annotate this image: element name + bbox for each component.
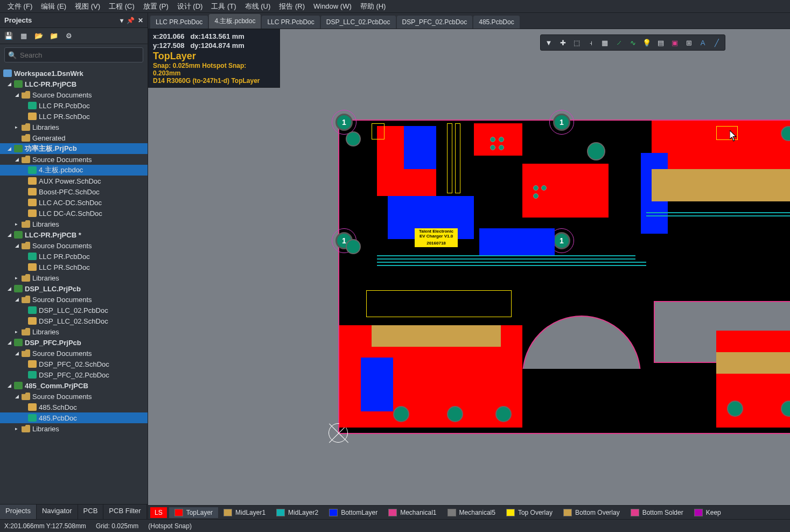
menu-reports[interactable]: 报告 (R) [275, 1, 309, 12]
project-node[interactable]: ◢485_Comm.PrjPCB [0, 380, 148, 391]
layer-stack-icon[interactable]: ▤ [654, 37, 667, 48]
file-node[interactable]: Boost-PFC.SchDoc [0, 186, 148, 197]
folder-node[interactable]: ▸Libraries [0, 122, 148, 132]
silk-outline [716, 126, 738, 140]
menu-project[interactable]: 工程 (C) [104, 1, 139, 12]
folder-node[interactable]: Generated [0, 132, 148, 143]
file-node[interactable]: DSP_PFC_02.SchDoc [0, 359, 148, 369]
box-icon[interactable]: ▣ [668, 37, 681, 48]
menu-design[interactable]: 设计 (D) [173, 1, 207, 12]
menu-view[interactable]: 视图 (V) [71, 1, 104, 12]
layer-tab-mech5[interactable]: Mechanical5 [442, 507, 501, 518]
menu-help[interactable]: 帮助 (H) [356, 1, 390, 12]
doc-tab-active[interactable]: 4.主板.pcbdoc [209, 14, 261, 29]
folder-node[interactable]: ◢Source Documents [0, 391, 148, 402]
file-node-active[interactable]: 4.主板.pcbdoc [0, 165, 148, 176]
route-icon[interactable]: ⟋ [612, 37, 625, 48]
menu-window[interactable]: Window (W) [309, 1, 356, 11]
tab-projects[interactable]: Projects [0, 505, 37, 519]
project-node[interactable]: ◢功率主板.PrjPcb [0, 143, 148, 154]
folder-node[interactable]: ▸Libraries [0, 272, 148, 283]
layer-tab-keepout[interactable]: Keep [689, 507, 726, 518]
project-tree[interactable]: Workspace1.DsnWrk ◢LLC-PR.PrjPCB ◢Source… [0, 66, 148, 504]
file-node[interactable]: LLC PR.SchDoc [0, 262, 148, 272]
text-icon[interactable]: A [696, 37, 709, 48]
dropdown-icon[interactable]: ▾ [120, 17, 123, 24]
layer-tab-top[interactable]: TopLayer [169, 507, 218, 518]
layer-tab-mech1[interactable]: Mechanical1 [383, 507, 442, 518]
layer-tab-top-overlay[interactable]: Top Overlay [501, 507, 558, 518]
projects-panel: Projects ▾ 📌 ✕ 💾 ▦ 📂 📁 ⚙ 🔍 Workspace1.Ds… [0, 13, 148, 519]
menu-file[interactable]: 文件 (F) [3, 1, 37, 12]
select-rect-icon[interactable]: ⬚ [570, 37, 583, 48]
folder-node[interactable]: ◢Source Documents [0, 154, 148, 165]
file-node[interactable]: LLC AC-DC.SchDoc [0, 197, 148, 208]
doc-tab[interactable]: DSP_LLC_02.PcbDoc [321, 16, 396, 29]
folder-node[interactable]: ▸Libraries [0, 423, 148, 434]
file-node[interactable]: LLC PR.PcbDoc [0, 100, 148, 111]
align-icon[interactable]: ⫞ [584, 37, 597, 48]
menu-tools[interactable]: 工具 (T) [207, 1, 240, 12]
project-node[interactable]: ◢DSP_PFC.PrjPcb [0, 337, 148, 348]
pcb-canvas[interactable]: x:201.066 dx:1413.561 mm y:127.508 dy:12… [148, 29, 790, 505]
copper-pour [479, 228, 555, 255]
project-node[interactable]: ◢LLC-PR.PrjPCB [0, 79, 148, 89]
doc-tab[interactable]: LLC PR.PcbDoc [150, 16, 208, 29]
mounting-hole: 1 [549, 110, 574, 135]
file-node[interactable]: LLC PR.SchDoc [0, 111, 148, 122]
file-node[interactable]: DSP_LLC_02.SchDoc [0, 316, 148, 326]
highlight-icon[interactable]: 💡 [640, 37, 653, 48]
search-input[interactable] [20, 51, 139, 59]
doc-tab[interactable]: LLC PR.PcbDoc [262, 16, 319, 29]
project-node[interactable]: ◢LLC-PR.PrjPCB * [0, 229, 148, 240]
folder-node[interactable]: ◢Source Documents [0, 348, 148, 359]
project-node[interactable]: ◢DSP_LLC.PrjPcb [0, 283, 148, 294]
line-icon[interactable]: ╱ [710, 37, 723, 48]
layer-tab-bottom-overlay[interactable]: Bottom Overlay [558, 507, 625, 518]
pad [346, 131, 361, 146]
grid-icon[interactable]: ▦ [598, 37, 611, 48]
copper-pour [652, 169, 790, 201]
file-node[interactable]: DSP_PFC_02.PcbDoc [0, 369, 148, 380]
layer-tab-mid1[interactable]: MidLayer1 [218, 507, 271, 518]
filter-icon[interactable]: ▼ [542, 37, 555, 48]
trace [646, 215, 790, 216]
pin-icon[interactable]: 📌 [127, 17, 135, 24]
folder2-icon[interactable]: 📁 [50, 32, 58, 40]
tab-pcb-filter[interactable]: PCB Filter [103, 505, 146, 519]
file-node[interactable]: LLC PR.PcbDoc [0, 251, 148, 262]
tab-pcb[interactable]: PCB [78, 505, 104, 519]
folder-node[interactable]: ◢Source Documents [0, 89, 148, 100]
open-folder-icon[interactable]: 📂 [34, 32, 43, 40]
close-panel-icon[interactable]: ✕ [138, 17, 143, 24]
compile-icon[interactable]: ▦ [19, 32, 28, 40]
file-node[interactable]: LLC DC-AC.SchDoc [0, 208, 148, 219]
diff-icon[interactable]: ∿ [626, 37, 639, 48]
file-node[interactable]: 485.PcbDoc [0, 412, 148, 423]
file-node[interactable]: 485.SchDoc [0, 402, 148, 412]
file-node[interactable]: AUX Power.SchDoc [0, 176, 148, 186]
doc-tab[interactable]: DSP_PFC_02.PcbDoc [397, 16, 473, 29]
settings-icon[interactable]: ⚙ [65, 32, 73, 40]
workspace-node[interactable]: Workspace1.DsnWrk [0, 68, 148, 79]
layer-tab-bottom-solder[interactable]: Bottom Solder [625, 507, 689, 518]
doc-tab[interactable]: 485.PcbDoc [473, 16, 519, 29]
status-snap: (Hotspot Snap) [148, 522, 192, 530]
menu-edit[interactable]: 编辑 (E) [37, 1, 71, 12]
layer-set-button[interactable]: LS [150, 507, 167, 518]
chart-icon[interactable]: ⊞ [682, 37, 695, 48]
crosshair-icon[interactable]: ✚ [556, 37, 569, 48]
folder-node[interactable]: ◢Source Documents [0, 240, 148, 251]
layer-tab-bottom[interactable]: BottomLayer [324, 507, 383, 518]
search-box[interactable]: 🔍 [4, 47, 143, 62]
save-icon[interactable]: 💾 [4, 32, 13, 40]
menu-place[interactable]: 放置 (P) [139, 1, 173, 12]
folder-node[interactable]: ◢Source Documents [0, 294, 148, 305]
file-node[interactable]: DSP_LLC_02.PcbDoc [0, 305, 148, 316]
menu-route[interactable]: 布线 (U) [241, 1, 275, 12]
folder-node[interactable]: ▸Libraries [0, 219, 148, 229]
pcb-board[interactable]: 1 1 1 1 [339, 121, 790, 433]
layer-tab-mid2[interactable]: MidLayer2 [271, 507, 324, 518]
folder-node[interactable]: ▸Libraries [0, 326, 148, 337]
tab-navigator[interactable]: Navigator [37, 505, 78, 519]
